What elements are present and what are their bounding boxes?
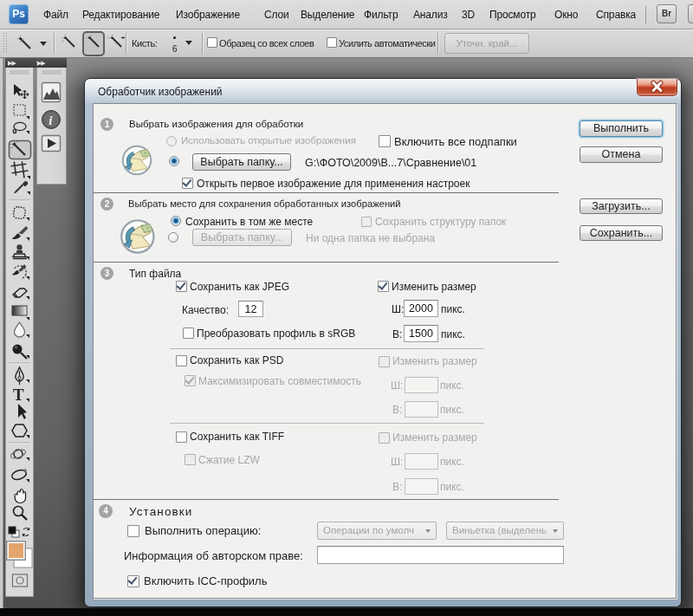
svg-text:T: T	[13, 386, 24, 404]
